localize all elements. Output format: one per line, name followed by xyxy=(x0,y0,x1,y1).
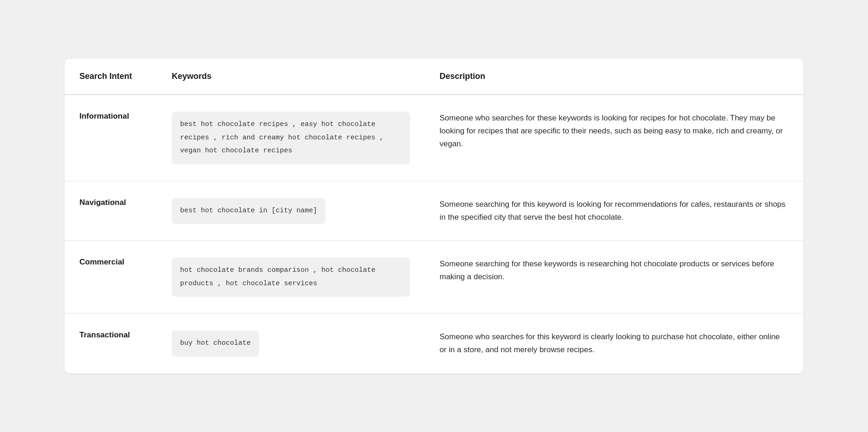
cell-intent: Informational xyxy=(65,95,157,181)
table-header-row: Search Intent Keywords Description xyxy=(65,59,803,95)
keywords-box: hot chocolate brands comparison , hot ch… xyxy=(172,258,410,297)
table-row: Commercialhot chocolate brands compariso… xyxy=(65,241,803,314)
table-row: Navigationalbest hot chocolate in [city … xyxy=(65,181,803,241)
table-row: Transactionalbuy hot chocolateSomeone wh… xyxy=(65,314,803,373)
cell-description: Someone searching for this keyword is lo… xyxy=(425,181,803,241)
header-description: Description xyxy=(425,59,803,95)
cell-intent: Transactional xyxy=(65,314,157,373)
cell-intent: Commercial xyxy=(65,241,157,314)
header-intent: Search Intent xyxy=(65,59,157,95)
keywords-box: best hot chocolate in [city name] xyxy=(172,198,326,224)
cell-description: Someone who searches for this keyword is… xyxy=(425,314,803,373)
cell-keywords: best hot chocolate recipes , easy hot ch… xyxy=(157,95,425,181)
cell-keywords: best hot chocolate in [city name] xyxy=(157,181,425,241)
table-row: Informationalbest hot chocolate recipes … xyxy=(65,95,803,181)
cell-keywords: hot chocolate brands comparison , hot ch… xyxy=(157,241,425,314)
cell-description: Someone searching for these keywords is … xyxy=(425,241,803,314)
search-intent-table: Search Intent Keywords Description Infor… xyxy=(65,59,803,373)
cell-description: Someone who searches for these keywords … xyxy=(425,95,803,181)
keywords-box: buy hot chocolate xyxy=(172,330,259,357)
cell-intent: Navigational xyxy=(65,181,157,241)
keywords-box: best hot chocolate recipes , easy hot ch… xyxy=(172,112,410,164)
cell-keywords: buy hot chocolate xyxy=(157,314,425,373)
header-keywords: Keywords xyxy=(157,59,425,95)
